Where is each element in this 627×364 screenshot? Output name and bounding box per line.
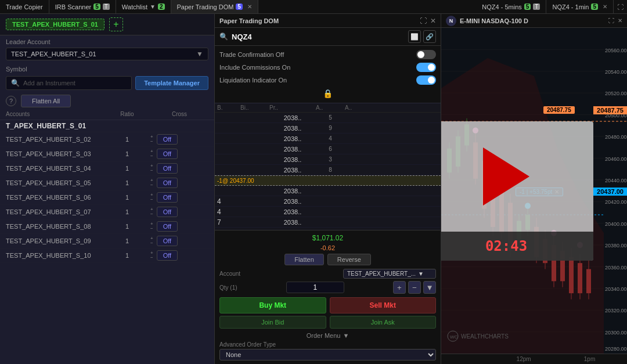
stepper-icon[interactable]: +− (150, 149, 153, 158)
chart-tab-badge-2: 5 (591, 3, 598, 10)
flatten-button[interactable]: Flatten (284, 254, 324, 265)
tab-close-chart-icon[interactable]: ✕ (603, 3, 607, 10)
dom-link-icon[interactable]: 🔗 (423, 30, 436, 43)
template-manager-button[interactable]: Template Manager (135, 76, 208, 90)
stepper-icon[interactable]: +− (150, 135, 153, 144)
liquidation-toggle[interactable] (416, 75, 436, 85)
price-cell: 2038.. (269, 188, 316, 194)
svg-text:20520.00: 20520.00 (605, 91, 626, 96)
chart-tab-5min[interactable]: NQZ4 - 5mins 5 T (476, 0, 546, 13)
stepper-icon[interactable]: +− (150, 207, 153, 217)
expand-chart-icon[interactable]: ⛶ (614, 3, 627, 10)
chart-tab-1min[interactable]: NQZ4 - 1min 5 ✕ (546, 0, 614, 13)
svg-text:20320.00: 20320.00 (605, 308, 626, 313)
stepper-icon[interactable]: +− (150, 251, 153, 260)
commissions-toggle[interactable] (416, 63, 436, 72)
add-account-button[interactable]: + (109, 17, 123, 31)
cross-cell: +− Off (150, 149, 208, 159)
video-time-bar: 02:43 (441, 232, 593, 261)
dropdown-chevron-icon[interactable]: ▼ (196, 50, 203, 58)
cross-cell: +− Off (150, 192, 208, 203)
account-name: TEST_APEX_HUBERT_S_03 (6, 150, 104, 157)
price-cell: 2038.. (269, 146, 316, 153)
dom-close-icon[interactable]: ✕ (430, 17, 436, 25)
join-ask-button[interactable]: Join Ask (330, 316, 437, 329)
trade-confirmation-toggle[interactable] (416, 50, 436, 59)
account-row: Account TEST_APEX_HUBERT_... ▼ (219, 269, 436, 279)
cross-off-button[interactable]: Off (157, 221, 178, 232)
buy-sell-row: Buy Mkt Sell Mkt (219, 297, 436, 313)
svg-text:20360.00: 20360.00 (605, 264, 626, 270)
cross-off-button[interactable]: Off (157, 149, 178, 159)
chart-close-icon[interactable]: ✕ (618, 17, 622, 24)
top-bar: Trade Copier IRB Scanner 5 T Watchlist ▼… (0, 0, 627, 14)
col-cross: Cross (150, 111, 208, 117)
trade-confirmation-label: Trade Confirmation Off (219, 51, 284, 58)
tab-trade-copier[interactable]: Trade Copier (0, 0, 49, 13)
ratio-value: 1 (104, 179, 150, 186)
stepper-icon[interactable]: +− (150, 164, 153, 173)
stepper-icon[interactable]: +− (150, 178, 153, 188)
cross-off-button[interactable]: Off (157, 192, 178, 203)
help-icon[interactable]: ? (6, 96, 16, 106)
price-cell: 2038.. (269, 114, 316, 121)
left-header: TEST_APEX_HUBERT_S_01 + (0, 14, 214, 35)
reverse-button[interactable]: Reverse (327, 254, 371, 265)
stepper-icon[interactable]: +− (150, 236, 153, 246)
sell-market-button[interactable]: Sell Mkt (330, 297, 437, 313)
stepper-icon[interactable]: +− (150, 222, 153, 231)
chart-tab-badge-1: 5 (524, 3, 531, 10)
dom-price-area: B. Bi.. Pr.. A.. A.. 2038.. 5 2038.. 9 2… (215, 103, 441, 230)
tab-paper-trading[interactable]: Paper Trading DOM 5 ✕ (171, 0, 258, 13)
cross-off-button[interactable]: Off (157, 134, 178, 145)
dom-chart-icon[interactable]: ⬜ (408, 30, 421, 43)
play-button[interactable] (483, 147, 529, 206)
chart-expand-icon[interactable]: ⛶ (608, 17, 614, 24)
flatten-all-button[interactable]: Flatten All (21, 95, 71, 107)
tab-label: IRB Scanner (55, 3, 91, 10)
account-name: T_APEX_HUBERT_S_01 (6, 122, 104, 130)
flatten-reverse-row: Flatten Reverse (219, 254, 436, 265)
buy-market-button[interactable]: Buy Mkt (219, 297, 326, 313)
account-label: Account (219, 271, 240, 277)
order-line-label: -1@ 20437.00 (217, 178, 254, 184)
ratio-value: 1 (104, 223, 150, 230)
stepper-icon[interactable]: +− (150, 193, 153, 202)
order-menu-row[interactable]: Order Menu ▼ (219, 332, 436, 339)
cross-off-button[interactable]: Off (157, 207, 178, 217)
qty-input[interactable] (286, 282, 344, 293)
symbol-label: Symbol (0, 63, 214, 74)
col-ratio: Ratio (104, 111, 150, 117)
cross-off-button[interactable]: Off (157, 178, 178, 188)
tab-close-icon[interactable]: ✕ (247, 3, 252, 10)
table-row: TEST_APEX_HUBERT_S_03 1 +− Off (0, 147, 214, 161)
cross-off-button[interactable]: Off (157, 236, 178, 246)
order-type-select[interactable]: None (219, 349, 436, 361)
account-select[interactable]: TEST_APEX_HUBERT_... ▼ (343, 269, 436, 279)
instrument-input[interactable]: 🔍 Add an Instrument (6, 76, 132, 90)
accounts-table: Accounts Ratio Cross T_APEX_HUBERT_S_01 … (0, 109, 214, 364)
svg-text:WC: WC (450, 334, 458, 340)
dom-price-row: 7 2038.. (215, 217, 441, 228)
qty-controls: + − ▼ (393, 281, 436, 294)
wealthcharts-text: WEALTHCHARTS (461, 333, 509, 340)
qty-plus-button[interactable]: + (393, 281, 406, 294)
settings-row: Trade Confirmation Off Include Commissio… (215, 46, 441, 103)
table-header: Accounts Ratio Cross (0, 109, 214, 120)
price-cell: 2038.. (269, 167, 316, 174)
cross-cell: +− Off (150, 250, 208, 261)
dom-expand-icon[interactable]: ⛶ (420, 17, 427, 25)
cross-off-button[interactable]: Off (157, 163, 178, 174)
qty-minus-button[interactable]: − (408, 281, 421, 294)
tab-watchlist[interactable]: Watchlist ▼ 2 (116, 0, 171, 13)
video-overlay: 02:43 (441, 121, 593, 261)
advanced-order-label: Advanced Order Type (219, 341, 436, 348)
tab-irb-scanner[interactable]: IRB Scanner 5 T (49, 0, 116, 13)
instrument-placeholder: Add an Instrument (23, 80, 75, 87)
commissions-label: Include Commissions On (219, 64, 290, 71)
join-bid-button[interactable]: Join Bid (219, 316, 326, 329)
dom-search-icon[interactable]: 🔍 (219, 33, 228, 41)
qty-dropdown-button[interactable]: ▼ (423, 281, 436, 294)
cross-off-button[interactable]: Off (157, 250, 178, 261)
dom-controls: ⛶ ✕ (420, 17, 436, 25)
